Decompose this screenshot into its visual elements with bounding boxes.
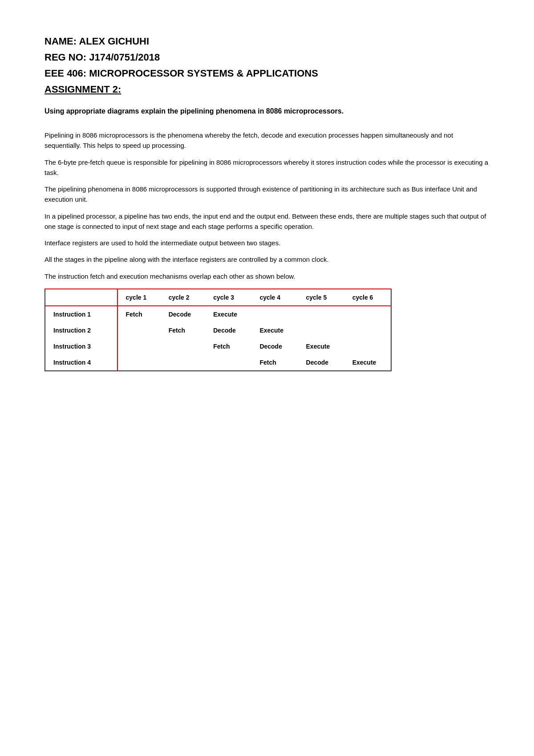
instruction-4-cycle1	[117, 354, 161, 371]
instruction-1-cycle2: Decode	[161, 306, 206, 322]
header-cycle1: cycle 1	[117, 289, 161, 306]
instruction-3-cycle6	[344, 338, 391, 354]
header-cycle2: cycle 2	[161, 289, 206, 306]
instruction-3-cycle2	[161, 338, 206, 354]
instruction-4-cycle4: Fetch	[251, 354, 298, 371]
table-row: Instruction 3 Fetch Decode Execute	[45, 338, 391, 354]
paragraph-3: The pipelining phenomena in 8086 micropr…	[44, 184, 490, 205]
instruction-1-cycle3: Execute	[205, 306, 251, 322]
table-intro: The instruction fetch and execution mech…	[44, 271, 490, 281]
instruction-2-cycle2: Fetch	[161, 322, 206, 338]
reg-heading: REG NO: J174/0751/2018	[44, 52, 490, 63]
table-row: Instruction 2 Fetch Decode Execute	[45, 322, 391, 338]
table-row: Instruction 1 Fetch Decode Execute	[45, 306, 391, 322]
instruction-4-cycle5: Decode	[298, 354, 344, 371]
paragraph-6: All the stages in the pipeline along wit…	[44, 254, 490, 264]
name-heading: NAME: ALEX GICHUHI	[44, 36, 490, 47]
instruction-4-cycle6: Execute	[344, 354, 391, 371]
instruction-3-label: Instruction 3	[45, 338, 117, 354]
instruction-3-cycle5: Execute	[298, 338, 344, 354]
pipeline-table: cycle 1 cycle 2 cycle 3 cycle 4 cycle 5 …	[44, 289, 392, 371]
header-cycle6: cycle 6	[344, 289, 391, 306]
instruction-1-cycle1: Fetch	[117, 306, 161, 322]
instruction-2-cycle1	[117, 322, 161, 338]
course-heading: EEE 406: MICROPROCESSOR SYSTEMS & APPLIC…	[44, 68, 490, 79]
instruction-3-cycle4: Decode	[251, 338, 298, 354]
paragraph-2: The 6-byte pre-fetch queue is responsibl…	[44, 157, 490, 178]
instruction-4-label: Instruction 4	[45, 354, 117, 371]
header-cycle4: cycle 4	[251, 289, 298, 306]
body-paragraphs: Pipelining in 8086 microprocessors is th…	[44, 130, 490, 281]
paragraph-1: Pipelining in 8086 microprocessors is th…	[44, 130, 490, 151]
paragraph-4: In a pipelined processor, a pipeline has…	[44, 211, 490, 232]
paragraph-5: Interface registers are used to hold the…	[44, 238, 490, 248]
table-row: Instruction 4 Fetch Decode Execute	[45, 354, 391, 371]
instruction-1-cycle6	[344, 306, 391, 322]
header-section: NAME: ALEX GICHUHI REG NO: J174/0751/201…	[44, 36, 490, 95]
instruction-2-cycle5	[298, 322, 344, 338]
question-text: Using appropriate diagrams explain the p…	[44, 106, 490, 117]
header-cycle3: cycle 3	[205, 289, 251, 306]
page: NAME: ALEX GICHUHI REG NO: J174/0751/201…	[0, 0, 534, 756]
header-cycle5: cycle 5	[298, 289, 344, 306]
assignment-heading: ASSIGNMENT 2:	[44, 84, 490, 95]
instruction-2-label: Instruction 2	[45, 322, 117, 338]
header-instruction-col	[45, 289, 117, 306]
instruction-1-cycle4	[251, 306, 298, 322]
instruction-4-cycle3	[205, 354, 251, 371]
instruction-2-cycle4: Execute	[251, 322, 298, 338]
instruction-4-cycle2	[161, 354, 206, 371]
instruction-3-cycle3: Fetch	[205, 338, 251, 354]
instruction-2-cycle6	[344, 322, 391, 338]
instruction-1-label: Instruction 1	[45, 306, 117, 322]
instruction-1-cycle5	[298, 306, 344, 322]
instruction-3-cycle1	[117, 338, 161, 354]
instruction-2-cycle3: Decode	[205, 322, 251, 338]
table-header-row: cycle 1 cycle 2 cycle 3 cycle 4 cycle 5 …	[45, 289, 391, 306]
